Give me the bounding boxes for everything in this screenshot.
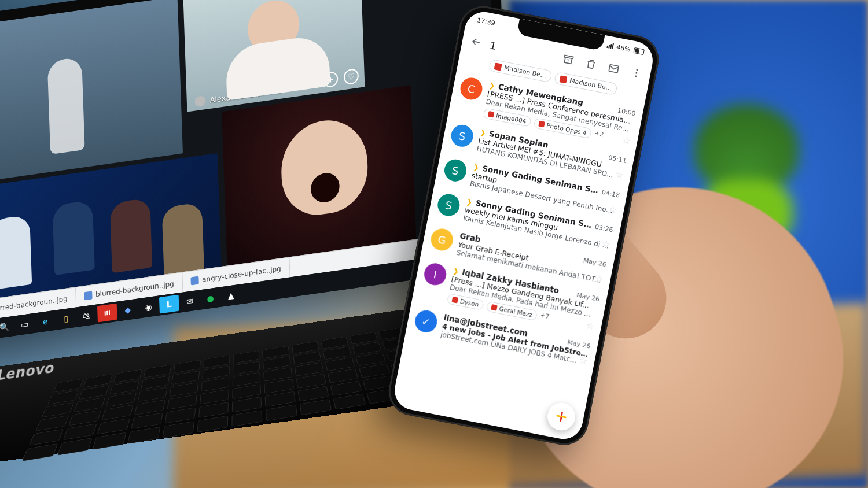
back-icon[interactable] [465, 31, 487, 53]
star-icon[interactable]: ☆ [601, 238, 611, 250]
attachment-icon [491, 304, 498, 311]
svg-rect-0 [564, 55, 573, 58]
signal-icon [606, 42, 614, 49]
spotify-icon[interactable]: ● [200, 289, 220, 308]
explorer-icon[interactable]: ▯ [56, 309, 76, 328]
star-icon[interactable]: ☆ [594, 272, 605, 284]
star-icon[interactable]: ☆ [585, 320, 595, 332]
avatar-icon [194, 95, 205, 108]
star-icon[interactable]: ☆ [615, 169, 625, 181]
more-icon[interactable] [626, 62, 648, 84]
sender-avatar[interactable]: S [449, 123, 475, 149]
store-icon[interactable]: 🛍 [76, 306, 97, 326]
background-plant [677, 93, 799, 243]
sender-avatar[interactable]: G [429, 227, 455, 253]
battery-icon [633, 47, 645, 55]
attachment-icon [538, 121, 545, 128]
chrome-icon[interactable]: ◉ [138, 298, 159, 317]
gallery-image-dancer[interactable] [0, 0, 183, 184]
app-icon[interactable]: ▲ [221, 286, 241, 305]
sender-avatar[interactable]: S [443, 157, 469, 183]
app-icon[interactable]: L [159, 295, 179, 314]
sender-avatar[interactable]: ✓ [413, 309, 439, 335]
photo-credit[interactable]: Alexander Dummer [194, 84, 282, 107]
delete-icon[interactable] [580, 53, 602, 75]
status-time: 17:39 [476, 16, 496, 27]
mark-unread-icon[interactable] [603, 58, 625, 80]
credit-name: Alexander Dummer [209, 86, 282, 105]
svg-point-4 [635, 75, 637, 77]
sender-avatar[interactable]: C [458, 76, 484, 102]
archive-icon[interactable] [557, 49, 579, 71]
file-icon [190, 276, 198, 286]
attachment-icon [560, 75, 568, 83]
heart-icon[interactable]: ♡ [344, 68, 359, 86]
sender-avatar[interactable]: I [422, 261, 448, 287]
app-icon[interactable]: ◆ [118, 301, 138, 320]
attachment-more: +7 [539, 311, 550, 323]
star-icon[interactable]: ☆ [608, 204, 618, 216]
selection-count: 1 [489, 39, 498, 52]
svg-point-2 [636, 69, 638, 71]
svg-point-3 [635, 72, 638, 75]
star-icon[interactable]: ☆ [578, 354, 589, 367]
gallery-image-scream[interactable] [222, 85, 416, 268]
attachment-more: +2 [594, 130, 605, 142]
attachment-icon [488, 111, 495, 118]
app-icon[interactable]: III [97, 304, 117, 323]
sender-avatar[interactable]: S [436, 192, 462, 218]
attachment-icon [451, 297, 458, 304]
file-icon [84, 291, 92, 300]
battery-label: 46% [616, 43, 631, 53]
add-icon[interactable]: + [323, 71, 339, 88]
photo-scene: Alexander Dummer + ♡ blurred-backgroun..… [0, 0, 868, 488]
edge-icon[interactable]: e [35, 312, 56, 331]
attachment-icon [494, 62, 502, 71]
star-icon[interactable]: ☆ [621, 134, 631, 146]
task-view-icon[interactable]: ▭ [14, 315, 35, 334]
mail-icon[interactable]: ✉ [180, 292, 200, 311]
search-icon[interactable]: 🔍 [0, 318, 14, 337]
